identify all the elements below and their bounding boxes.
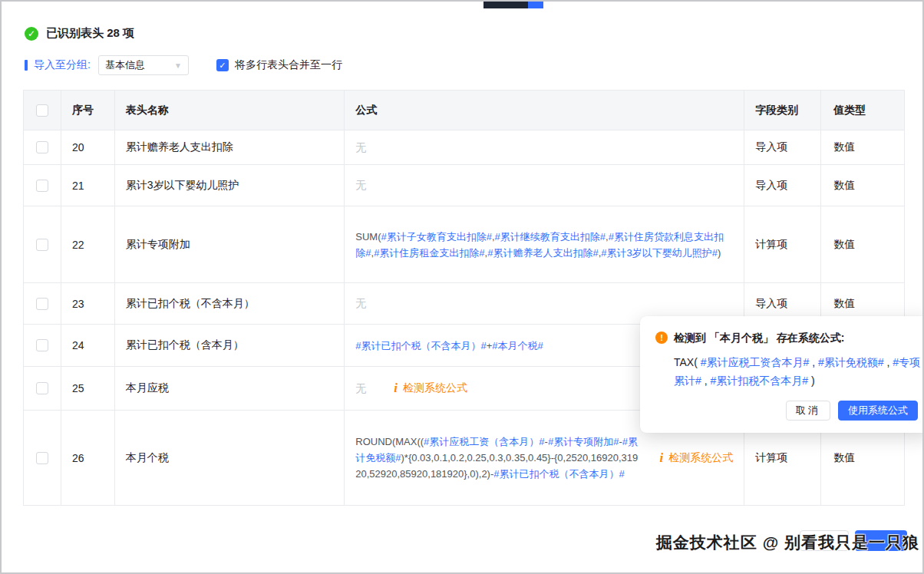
formula-text: 无 bbox=[355, 295, 366, 312]
headers-table: 序号 表头名称 公式 字段类别 值类型 20 累计赡养老人支出扣除 无 i 导入… bbox=[23, 90, 905, 506]
detect-link-label: 检测系统公式 bbox=[403, 381, 467, 395]
dialog-header: ✓ 已识别表头 28 项 bbox=[25, 26, 134, 41]
col-header-index: 序号 bbox=[61, 91, 115, 130]
col-header-category: 字段类别 bbox=[744, 91, 821, 130]
row-index: 20 bbox=[61, 130, 115, 164]
system-formula-popup: ! 检测到 「本月个税」 存在系统公式: TAX( #累计应税工资含本月# , … bbox=[640, 316, 924, 433]
row-checkbox[interactable] bbox=[36, 298, 48, 310]
row-index: 25 bbox=[61, 367, 115, 410]
table-row: 21 累计3岁以下婴幼儿照护 无 i 导入项 数值 bbox=[24, 165, 904, 206]
select-all-checkbox[interactable] bbox=[36, 104, 48, 117]
group-select[interactable]: 基本信息 ▼ bbox=[98, 55, 189, 75]
col-header-name: 表头名称 bbox=[115, 91, 345, 130]
header-name-cell: 本月个税 bbox=[115, 411, 345, 505]
detect-link-label: 检测系统公式 bbox=[668, 451, 733, 465]
detect-system-formula-link[interactable]: i 检测系统公式 bbox=[660, 450, 734, 466]
value-type-cell: 数值 bbox=[821, 206, 904, 282]
table-row: 22 累计专项附加 SUM(#累计子女教育支出扣除#,#累计继续教育支出扣除#,… bbox=[24, 206, 904, 283]
formula-text: 无 bbox=[355, 140, 366, 156]
row-checkbox[interactable] bbox=[36, 452, 48, 464]
row-index: 21 bbox=[61, 165, 115, 206]
formula-text: ROUND(MAX((#累计应税工资（含本月）#-#累计专项附加#-#累计免税额… bbox=[355, 434, 641, 482]
group-select-value: 基本信息 bbox=[105, 58, 145, 72]
field-category-cell: 导入项 bbox=[744, 165, 821, 206]
header-name-cell: 累计3岁以下婴幼儿照护 bbox=[115, 165, 345, 206]
group-label: 导入至分组: bbox=[34, 58, 91, 72]
toolbar: 导入至分组: 基本信息 ▼ ✓ 将多行表头合并至一行 bbox=[25, 54, 342, 76]
header-name-cell: 累计专项附加 bbox=[115, 206, 345, 282]
row-index: 26 bbox=[61, 411, 115, 505]
table-header-row: 序号 表头名称 公式 字段类别 值类型 bbox=[24, 91, 904, 130]
row-index: 24 bbox=[61, 325, 115, 366]
info-icon: i bbox=[394, 381, 398, 396]
header-name-cell: 累计已扣个税（含本月） bbox=[115, 325, 345, 366]
accent-bar bbox=[25, 60, 28, 71]
success-check-icon: ✓ bbox=[25, 27, 38, 41]
chevron-down-icon: ▼ bbox=[174, 61, 182, 70]
formula-cell: SUM(#累计子女教育支出扣除#,#累计继续教育支出扣除#,#累计住房贷款利息支… bbox=[345, 206, 744, 282]
detect-system-formula-link[interactable]: i 检测系统公式 bbox=[394, 381, 467, 396]
header-name-cell: 本月应税 bbox=[115, 367, 345, 410]
row-checkbox[interactable] bbox=[36, 382, 48, 394]
import-headers-dialog: ✓ 已识别表头 28 项 导入至分组: 基本信息 ▼ ✓ 将多行表头合并至一行 … bbox=[0, 0, 924, 574]
popup-formula: TAX( #累计应税工资含本月# , #累计免税额# , #专项累计# , #累… bbox=[674, 353, 921, 390]
popup-title: 检测到 「本月个税」 存在系统公式: bbox=[674, 330, 844, 345]
col-header-formula: 公式 bbox=[345, 91, 744, 130]
formula-text: #累计已扣个税（不含本月）#+#本月个税# bbox=[355, 338, 543, 354]
field-category-cell: 导入项 bbox=[744, 130, 821, 164]
row-checkbox[interactable] bbox=[36, 339, 48, 351]
watermark-text: 掘金技术社区 @ 别看我只是一只狼 bbox=[656, 532, 919, 553]
popup-use-system-formula-button[interactable]: 使用系统公式 bbox=[838, 401, 918, 421]
formula-cell: 无 i bbox=[345, 130, 744, 164]
formula-text: SUM(#累计子女教育支出扣除#,#累计继续教育支出扣除#,#累计住房贷款利息支… bbox=[355, 229, 733, 261]
formula-text: 无 bbox=[355, 177, 366, 193]
merge-headers-label: 将多行表头合并至一行 bbox=[235, 58, 342, 72]
value-type-cell: 数值 bbox=[821, 130, 904, 164]
header-name-cell: 累计赡养老人支出扣除 bbox=[115, 130, 345, 164]
field-category-cell: 计算项 bbox=[744, 206, 821, 282]
row-checkbox[interactable] bbox=[36, 239, 48, 251]
cropped-top-element bbox=[483, 2, 528, 8]
cropped-top-element-accent bbox=[528, 2, 543, 8]
formula-text: 无 bbox=[355, 381, 366, 397]
table-row: 20 累计赡养老人支出扣除 无 i 导入项 数值 bbox=[24, 130, 904, 165]
popup-cancel-button[interactable]: 取消 bbox=[786, 401, 830, 421]
warning-icon: ! bbox=[655, 332, 668, 344]
header-name-cell: 累计已扣个税（不含本月） bbox=[115, 283, 345, 324]
row-index: 22 bbox=[61, 206, 115, 282]
page-title: 已识别表头 28 项 bbox=[46, 26, 134, 41]
row-index: 23 bbox=[61, 283, 115, 324]
col-header-valuetype: 值类型 bbox=[821, 91, 904, 130]
value-type-cell: 数值 bbox=[821, 165, 904, 206]
merge-headers-checkbox[interactable]: ✓ bbox=[216, 59, 229, 71]
info-icon: i bbox=[660, 450, 664, 466]
row-checkbox[interactable] bbox=[36, 141, 48, 153]
row-checkbox[interactable] bbox=[36, 180, 48, 192]
formula-cell: 无 i bbox=[345, 165, 744, 206]
